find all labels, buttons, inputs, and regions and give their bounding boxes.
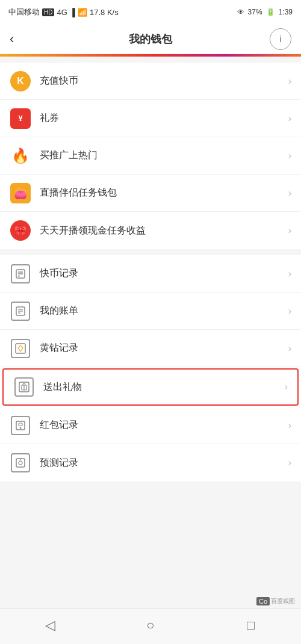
nav-back-button[interactable]: ◁ — [0, 618, 101, 633]
menu-item-send-gift[interactable]: 送出礼物 › — [2, 368, 299, 406]
flame-icon: 🔥 — [10, 145, 31, 167]
red-packet-label: 红包记录 — [40, 419, 288, 432]
predict-record-icon — [10, 452, 31, 474]
arrow-icon: › — [288, 113, 291, 124]
gradient-divider — [0, 54, 301, 57]
time-label: 1:39 — [279, 8, 293, 16]
status-bar: 中国移动 HD 4G ▐ 📶 17.8 K/s 👁 37% 🔋 1:39 — [0, 0, 301, 24]
page-title: 我的钱包 — [129, 32, 172, 46]
svg-marker-9 — [18, 345, 23, 351]
baidu-label: 百度截图 — [271, 597, 295, 605]
bill-icon — [10, 300, 31, 322]
arrow-icon: › — [288, 225, 291, 236]
menu-item-predict-record[interactable]: 预测记录 › — [0, 444, 301, 481]
svg-rect-14 — [19, 423, 22, 426]
recharge-label: 充值快币 — [40, 75, 288, 87]
info-button[interactable]: i — [270, 28, 291, 50]
baidu-watermark: Co 百度截图 — [256, 597, 295, 605]
arrow-icon: › — [288, 343, 291, 354]
home-circle-icon: ○ — [146, 618, 154, 633]
nav-bar: ‹ 我的钱包 i — [0, 24, 301, 54]
menu-item-coin-record[interactable]: ¥ 快币记录 › — [0, 255, 301, 293]
arrow-icon: › — [288, 306, 291, 317]
menu-item-red-packet[interactable]: 红包记录 › — [0, 407, 301, 444]
back-button[interactable]: ‹ — [10, 31, 31, 47]
svg-point-15 — [20, 427, 22, 429]
eye-icon: 👁 — [237, 8, 244, 16]
svg-text:¥: ¥ — [18, 274, 20, 278]
send-gift-label: 送出礼物 — [43, 381, 285, 394]
carrier-label: 中国移动 — [8, 7, 40, 17]
svg-point-17 — [19, 461, 22, 465]
predict-record-label: 预测记录 — [40, 457, 288, 469]
battery-percent: 37% — [248, 8, 262, 16]
menu-item-broadcast-income[interactable]: 🎀 天天开播领现金任务收益 › — [0, 212, 301, 249]
speed-label: 17.8 K/s — [90, 8, 119, 17]
partner-wallet-icon: 👛 — [10, 182, 31, 204]
menu-item-coupon[interactable]: ¥ 礼券 › — [0, 100, 301, 137]
nav-recent-button[interactable]: □ — [200, 618, 301, 633]
wifi-icon: 📶 — [78, 8, 87, 17]
menu-item-my-bill[interactable]: 我的账单 › — [0, 293, 301, 330]
send-gift-icon — [13, 376, 35, 398]
broadcast-income-icon: 🎀 — [10, 220, 31, 241]
section-records: ¥ 快币记录 › 我的账单 › 黄钻记录 › 送出礼物 › — [0, 255, 301, 481]
red-packet-icon — [10, 415, 31, 436]
menu-item-promote[interactable]: 🔥 买推广上热门 › — [0, 137, 301, 175]
arrow-icon: › — [288, 150, 291, 161]
partner-wallet-label: 直播伴侣任务钱包 — [40, 187, 288, 199]
diamond-record-icon — [10, 338, 31, 359]
info-icon: i — [279, 34, 281, 44]
baidu-co-text: Co — [256, 597, 270, 605]
broadcast-income-label: 天天开播领现金任务收益 — [40, 224, 288, 237]
bottom-nav: ◁ ○ □ — [0, 608, 301, 644]
back-triangle-icon: ◁ — [45, 618, 55, 633]
recharge-icon: K — [10, 70, 31, 92]
battery-icon: 🔋 — [266, 8, 275, 16]
coin-record-label: 快币记录 — [40, 267, 288, 280]
hd-badge: HD — [42, 8, 54, 16]
nav-home-button[interactable]: ○ — [101, 618, 201, 633]
status-right: 👁 37% 🔋 1:39 — [237, 8, 293, 16]
section-wallet-actions: K 充值快币 › ¥ 礼券 › 🔥 买推广上热门 › 👛 直播伴侣任务钱包 › … — [0, 63, 301, 249]
status-left: 中国移动 HD 4G ▐ 📶 17.8 K/s — [8, 7, 119, 17]
network-type: 4G — [57, 8, 67, 17]
promote-label: 买推广上热门 — [40, 149, 288, 162]
menu-item-partner-wallet[interactable]: 👛 直播伴侣任务钱包 › — [0, 175, 301, 212]
arrow-icon: › — [288, 76, 291, 87]
arrow-icon: › — [285, 382, 288, 392]
arrow-icon: › — [288, 268, 291, 279]
signal-icon: ▐ — [70, 8, 75, 17]
diamond-record-label: 黄钻记录 — [40, 342, 288, 355]
recent-square-icon: □ — [247, 618, 255, 633]
my-bill-label: 我的账单 — [40, 305, 288, 317]
coupon-icon: ¥ — [10, 108, 31, 129]
arrow-icon: › — [288, 420, 291, 431]
arrow-icon: › — [288, 188, 291, 199]
coupon-label: 礼券 — [40, 112, 288, 125]
menu-item-recharge[interactable]: K 充值快币 › — [0, 63, 301, 100]
arrow-icon: › — [288, 457, 291, 468]
coin-record-icon: ¥ — [10, 263, 31, 285]
menu-item-diamond-record[interactable]: 黄钻记录 › — [0, 330, 301, 367]
